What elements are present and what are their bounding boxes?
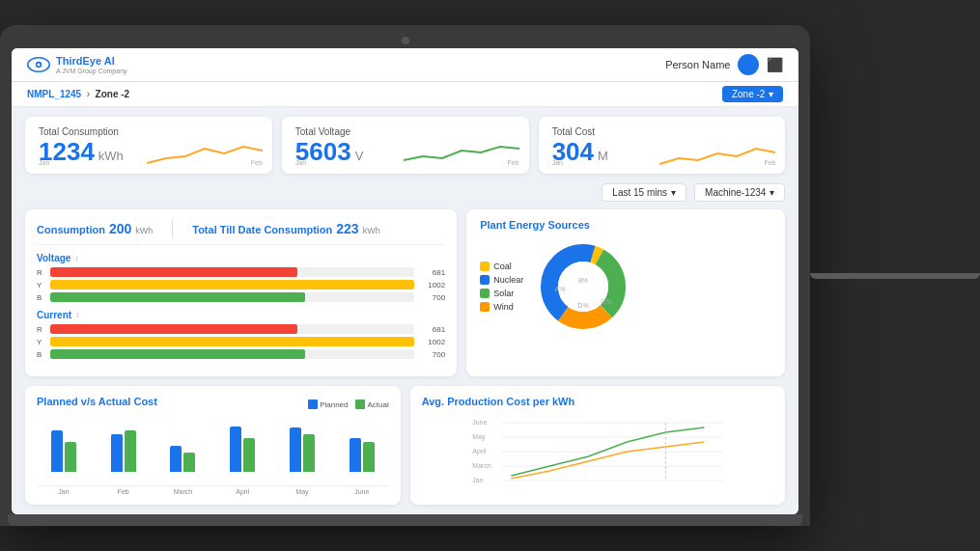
current-title: Current ↕ <box>37 310 445 320</box>
logout-icon[interactable]: ⬛ <box>767 57 783 72</box>
kpi-cost-start: Jan <box>552 159 563 166</box>
breadcrumb-bar: NMPL_1245 › Zone -2 Zone -2 ▾ <box>12 82 798 107</box>
bar-planned <box>170 446 182 473</box>
voltage-bar-r: R 681 <box>37 267 445 277</box>
machine-filter[interactable]: Machine-1234 ▾ <box>694 183 785 202</box>
cons-divider <box>172 219 173 238</box>
donut-area: Coal Nuclear Solar <box>480 238 771 335</box>
x-label-jan: Jan <box>37 488 91 495</box>
energy-legend: Coal Nuclear Solar <box>480 262 523 312</box>
bar-actual <box>183 453 195 472</box>
voltage-bar-b: B 700 <box>37 292 445 302</box>
logo-name: ThirdEye AI <box>56 55 127 68</box>
bar-pair-june <box>335 438 389 472</box>
x-label-april: April <box>215 488 269 495</box>
legend-nuclear: Nuclear <box>480 275 523 285</box>
bar-actual <box>65 442 76 472</box>
consumption-header: Consumption 200 kWh Total Till Date Cons… <box>37 219 445 245</box>
svg-point-2 <box>37 63 40 66</box>
nav-right: Person Name ⬛ <box>665 54 783 75</box>
bar-planned <box>51 430 63 472</box>
kpi-voltage-start: Jan <box>295 159 306 166</box>
kpi-cost-end: Feb <box>764 159 775 166</box>
svg-text:June: June <box>472 419 487 426</box>
bar-actual <box>125 430 136 472</box>
kpi-consumption-chart <box>147 129 263 168</box>
consumption-item: Consumption 200 kWh <box>37 221 153 236</box>
kpi-row: Total Consumption 1234 kWh Jan Feb Total… <box>25 117 785 174</box>
bar-pair-april <box>215 427 269 472</box>
voltage-title: Voltage ↕ <box>37 253 445 263</box>
mid-left-panel: Consumption 200 kWh Total Till Date Cons… <box>25 209 457 376</box>
donut-chart: 8% A% C% D% <box>535 238 631 335</box>
avg-production-title: Avg. Production Cost per kWh <box>422 396 774 407</box>
voltage-group: Voltage ↕ R 681 Y <box>37 253 445 302</box>
logo-area: ThirdEye AI A JVM Group Company <box>27 55 127 74</box>
current-bar-b: B 700 <box>37 349 445 359</box>
bar-planned <box>111 434 123 472</box>
kpi-cost-chart <box>659 129 775 168</box>
bottom-row: Planned v/s Actual Cost Planned Actual <box>25 386 785 505</box>
svg-text:March: March <box>472 462 491 469</box>
kpi-consumption-unit: kWh <box>98 149 124 163</box>
zone-dropdown[interactable]: Zone -2 ▾ <box>722 86 783 102</box>
bar-actual <box>243 438 255 472</box>
plant-energy-title: Plant Energy Sources <box>480 219 771 231</box>
current-bar-y: Y 1002 <box>37 337 445 346</box>
kpi-voltage-chart <box>404 129 519 168</box>
bar-actual <box>363 442 375 472</box>
current-bar-r: R 681 <box>37 324 445 334</box>
x-label-march: March <box>156 488 210 495</box>
bar-planned <box>290 427 301 472</box>
logo-icon <box>27 57 50 72</box>
planned-actual-panel: Planned v/s Actual Cost Planned Actual <box>25 386 401 505</box>
bar-pair-may <box>275 427 329 472</box>
svg-text:A%: A% <box>555 286 566 292</box>
svg-text:Jan: Jan <box>472 477 483 483</box>
navbar: ThirdEye AI A JVM Group Company Person N… <box>12 48 798 82</box>
x-label-feb: Feb <box>97 488 151 495</box>
svg-text:April: April <box>472 448 486 455</box>
bar-chart-area <box>37 419 389 486</box>
person-name: Person Name <box>665 59 730 70</box>
kpi-consumption-start: Jan <box>39 159 49 166</box>
mid-section: Consumption 200 kWh Total Till Date Cons… <box>25 209 785 376</box>
filter-bar: Last 15 mins ▾ Machine-1234 ▾ <box>25 183 785 202</box>
bar-chart-legend: Planned Actual <box>308 399 389 409</box>
bar-pair-jan <box>37 430 91 472</box>
total-till-date-item: Total Till Date Consumption 223 kWh <box>192 221 379 236</box>
svg-text:8%: 8% <box>578 277 588 284</box>
avatar <box>738 54 759 75</box>
kpi-consumption: Total Consumption 1234 kWh Jan Feb <box>25 117 272 174</box>
x-labels: JanFebMarchAprilMayJune <box>37 488 389 495</box>
avg-production-panel: Avg. Production Cost per kWh June May <box>410 386 786 505</box>
bar-actual <box>303 434 315 472</box>
plant-energy-panel: Plant Energy Sources Coal Nuclear <box>466 209 785 376</box>
kpi-voltage: Total Voltage 5603 V Jan Feb <box>282 117 529 174</box>
kpi-voltage-end: Feb <box>508 159 519 166</box>
legend-coal: Coal <box>480 262 523 271</box>
x-label-june: June <box>335 488 389 495</box>
kpi-voltage-unit: V <box>355 149 364 163</box>
legend-wind: Wind <box>480 302 523 312</box>
svg-text:D%: D% <box>578 302 589 309</box>
planned-actual-title: Planned v/s Actual Cost <box>37 396 157 407</box>
line-chart-svg: June May April March Jan <box>422 413 774 485</box>
bar-pair-march <box>156 446 210 473</box>
current-group: Current ↕ R 681 Y <box>37 310 445 359</box>
bar-planned <box>230 427 241 472</box>
bar-pair-feb <box>97 430 151 472</box>
line-chart-area: June May April March Jan <box>422 413 774 485</box>
breadcrumb: NMPL_1245 › Zone -2 <box>27 89 129 99</box>
svg-text:May: May <box>472 433 486 441</box>
logo-sub: A JVM Group Company <box>56 68 127 74</box>
legend-solar: Solar <box>480 289 523 298</box>
kpi-cost: Total Cost 304 M Jan Feb <box>539 117 786 174</box>
kpi-cost-unit: M <box>598 149 608 163</box>
svg-text:C%: C% <box>602 298 612 305</box>
voltage-bar-y: Y 1002 <box>37 280 445 289</box>
kpi-consumption-end: Feb <box>251 159 263 166</box>
x-label-may: May <box>275 488 329 495</box>
time-filter[interactable]: Last 15 mins ▾ <box>602 183 686 202</box>
bar-planned <box>350 438 361 472</box>
